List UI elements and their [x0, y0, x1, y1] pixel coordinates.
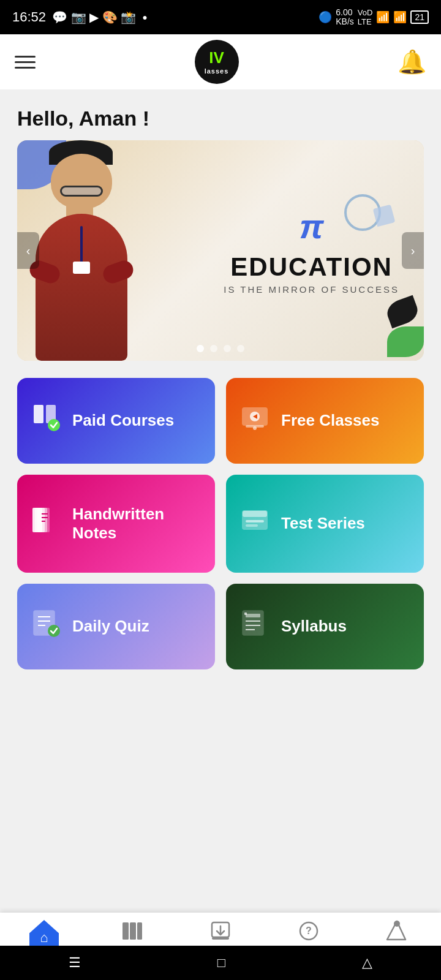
- syllabus-icon: [238, 608, 271, 646]
- notes-icon: [29, 505, 62, 543]
- quiz-icon: [29, 608, 62, 646]
- chat-nav-icon: ?: [298, 920, 320, 947]
- hamburger-line-1: [15, 56, 36, 58]
- notes-label: Handwritten Notes: [72, 505, 203, 543]
- svg-point-22: [48, 625, 60, 637]
- status-left: 16:52 💬 📷 ▶ 🎨 📸 ●: [12, 9, 148, 25]
- signal-icon: 📶: [376, 10, 390, 24]
- app-logo: IV lasses: [195, 40, 239, 84]
- svg-rect-33: [212, 937, 229, 940]
- person-head: [51, 154, 112, 209]
- home-nav-icon: ⌂: [29, 920, 59, 949]
- paid-courses-label: Paid Courses: [72, 411, 174, 430]
- test-label: Test Series: [281, 514, 365, 533]
- svg-point-6: [253, 426, 257, 430]
- svg-rect-31: [137, 922, 142, 940]
- free-classes-label: Free Classes: [281, 411, 379, 430]
- my-courses-nav-icon: [121, 920, 143, 947]
- svg-rect-30: [130, 922, 136, 940]
- banner-next-button[interactable]: ›: [402, 232, 424, 269]
- dot-4[interactable]: [237, 345, 244, 352]
- test-icon: [238, 505, 271, 543]
- banner-title: EDUCATION: [224, 252, 399, 282]
- banner-person-figure: [23, 171, 140, 361]
- test-series-button[interactable]: Test Series: [226, 475, 424, 573]
- status-time: 16:52: [12, 9, 46, 25]
- app-header: IV lasses 🔔: [0, 34, 441, 89]
- pi-decoration: π: [224, 206, 399, 246]
- new-arrivals-nav-icon: [386, 920, 408, 947]
- dot-2[interactable]: [210, 345, 217, 352]
- paid-courses-button[interactable]: Paid Courses: [17, 378, 215, 464]
- logo-iv-text: IV: [209, 48, 224, 67]
- svg-point-36: [394, 921, 400, 927]
- syllabus-button[interactable]: Syllabus: [226, 584, 424, 669]
- data-speed: 6.00KB/s: [336, 8, 354, 27]
- hamburger-line-3: [15, 67, 36, 69]
- android-nav-bar: ☰ □ △: [0, 946, 441, 980]
- dot-1[interactable]: [197, 345, 204, 352]
- signal-icon-2: 📶: [393, 10, 407, 24]
- lanyard: [80, 226, 83, 263]
- svg-rect-15: [243, 511, 267, 517]
- leaf-dark: [384, 295, 421, 329]
- banner-right-decoration: [363, 300, 424, 361]
- svg-rect-24: [246, 614, 260, 617]
- downloads-nav-icon: [209, 920, 232, 947]
- feature-grid: Paid Courses Free Classes: [0, 378, 441, 684]
- svg-text:?: ?: [306, 925, 312, 936]
- banner-text-area: π EDUCATION IS THE MIRROR OF SUCCESS: [224, 206, 399, 295]
- svg-rect-16: [246, 520, 264, 522]
- leaf-green: [387, 326, 424, 357]
- menu-button[interactable]: [15, 56, 36, 69]
- promo-banner: π EDUCATION IS THE MIRROR OF SUCCESS ‹ ›: [17, 140, 424, 361]
- status-dot: ●: [142, 12, 147, 22]
- person-glasses: [60, 186, 103, 197]
- dot-3[interactable]: [224, 345, 231, 352]
- battery-icon: 21: [410, 10, 429, 24]
- svg-rect-0: [34, 405, 43, 423]
- bottom-spacer: [0, 684, 441, 788]
- handwritten-notes-button[interactable]: Handwritten Notes: [17, 475, 215, 573]
- arm-right: [100, 258, 135, 285]
- status-right: 🔵 6.00KB/s VoDLTE 📶 📶 21: [318, 8, 429, 27]
- free-classes-icon: [238, 402, 271, 440]
- logo-classes-text: lasses: [205, 67, 229, 75]
- person-body: [36, 214, 127, 361]
- svg-point-2: [48, 419, 60, 431]
- android-back-btn[interactable]: △: [362, 955, 372, 971]
- banner-subtitle: IS THE MIRROR OF SUCCESS: [224, 284, 399, 295]
- hamburger-line-2: [15, 61, 36, 63]
- status-bar: 16:52 💬 📷 ▶ 🎨 📸 ● 🔵 6.00KB/s VoDLTE 📶 📶 …: [0, 0, 441, 34]
- svg-rect-17: [246, 524, 258, 527]
- svg-rect-28: [244, 612, 247, 615]
- paid-courses-icon: [29, 402, 62, 440]
- greeting-text: Hello, Aman !: [0, 89, 441, 140]
- android-home-btn[interactable]: □: [217, 955, 225, 971]
- free-classes-button[interactable]: Free Classes: [226, 378, 424, 464]
- syllabus-label: Syllabus: [281, 617, 347, 636]
- bluetooth-icon: 🔵: [318, 10, 332, 24]
- banner-dots: [197, 345, 244, 352]
- svg-rect-10: [40, 508, 50, 532]
- volte-icon: VoDLTE: [358, 8, 373, 26]
- daily-quiz-button[interactable]: Daily Quiz: [17, 584, 215, 669]
- svg-rect-29: [123, 922, 129, 940]
- quiz-label: Daily Quiz: [72, 617, 149, 636]
- android-menu-btn[interactable]: ☰: [69, 955, 81, 971]
- notification-bell[interactable]: 🔔: [398, 48, 426, 75]
- notification-icons: 💬 📷 ▶ 🎨 📸: [52, 10, 136, 24]
- id-card: [73, 262, 90, 274]
- banner-prev-button[interactable]: ‹: [17, 232, 39, 269]
